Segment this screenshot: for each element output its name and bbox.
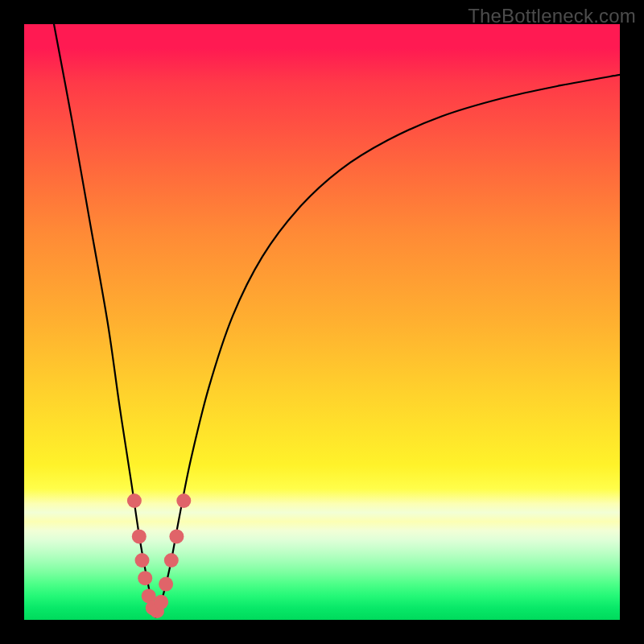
curve-marker [135,553,150,568]
curve-marker [176,493,191,508]
watermark-text: TheBottleneck.com [468,5,636,27]
curve-marker [138,571,152,585]
curve-marker [169,529,184,543]
curve-marker [164,553,179,568]
curve-marker [159,577,173,592]
chart-frame: TheBottleneck.com [0,0,644,644]
curve-markers [127,493,191,618]
curve-marker [154,595,168,609]
bottleneck-curve-path [54,24,620,617]
curve-marker [127,493,142,508]
curve-marker [132,529,147,543]
bottleneck-curve-svg [24,24,620,620]
chart-plot-area [24,24,620,620]
